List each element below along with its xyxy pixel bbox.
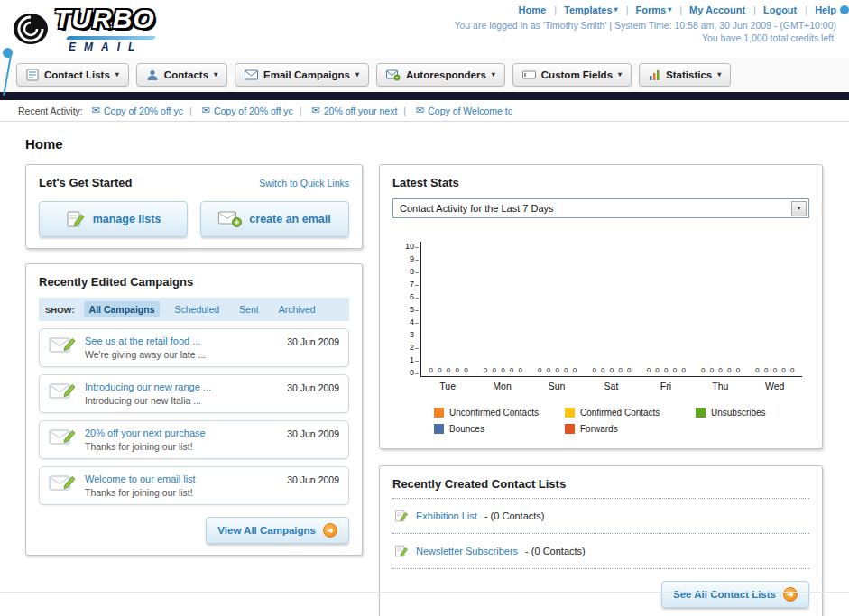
x-axis-label: Sat: [584, 381, 638, 391]
create-email-button[interactable]: create an email: [200, 201, 349, 237]
recent-activity-bar: Recent Activity: ✉Copy of 20% off yc ✉Co…: [0, 100, 849, 122]
main-nav: Contact Lists ▾ Contacts ▾ Email Campaig…: [0, 58, 849, 92]
campaign-row: See us at the retail food ...We're givin…: [39, 328, 349, 367]
contact-list-link[interactable]: Exhibition List: [416, 510, 477, 521]
arrow-right-icon: ➜: [783, 587, 798, 602]
logo-title: TURBO: [54, 4, 155, 34]
app-logo: TURBO EMAIL: [11, 4, 155, 53]
envelope-pencil-icon: [49, 473, 76, 493]
tab-label: Contacts: [164, 69, 208, 80]
campaign-title-link[interactable]: Welcome to our email list: [85, 473, 278, 484]
chevron-down-icon: ▾: [115, 71, 119, 78]
left-column: Let's Get Started Switch to Quick Links …: [25, 164, 363, 556]
tab-contacts[interactable]: Contacts ▾: [136, 63, 227, 87]
top-links: Home Templates▾ Forms▾ My Account Logout…: [454, 5, 836, 15]
tab-email-campaigns[interactable]: Email Campaigns ▾: [235, 63, 369, 87]
top-link-help[interactable]: Help: [815, 5, 836, 15]
campaign-date: 30 Jun 2009: [287, 382, 339, 393]
chart-value-labels: 0 0 0 0 0: [701, 366, 740, 376]
stats-period-value: Contact Activity for the Last 7 Days: [400, 203, 554, 214]
campaigns-panel-title: Recently Edited Campaigns: [39, 275, 349, 289]
contact-list-count: - (0 Contacts): [525, 546, 586, 556]
contact-list-item: Exhibition List - (0 Contacts): [392, 499, 809, 534]
tab-label: Custom Fields: [541, 69, 613, 80]
tab-label: Autoresponders: [406, 69, 486, 80]
tab-label: Email Campaigns: [263, 69, 350, 80]
campaign-desc: We're giving away our late ...: [85, 349, 278, 360]
x-axis-label: Sun: [530, 381, 584, 391]
chart-value-labels: 0 0 0 0 0: [592, 366, 631, 376]
campaign-date: 30 Jun 2009: [287, 336, 339, 347]
recent-activity-label: Recent Activity:: [18, 106, 83, 116]
legend-item: Bounces: [434, 424, 565, 434]
y-tick-label: 6: [410, 292, 419, 301]
legend-label: Forwards: [580, 424, 618, 434]
campaign-title-link[interactable]: Introducing our new range ...: [85, 382, 278, 392]
recent-activity-link[interactable]: Copy of Welcome tc: [428, 106, 512, 116]
legend-item: Unsubscribes: [696, 408, 809, 418]
envelope-icon: ✉: [202, 105, 210, 116]
chevron-down-icon: ▾: [355, 71, 359, 78]
chart-value-labels: 0 0 0 0 0: [484, 366, 522, 376]
get-started-panel: Let's Get Started Switch to Quick Links …: [25, 164, 363, 249]
tab-statistics[interactable]: Statistics ▾: [639, 63, 731, 87]
chart-group: 0 0 0 0 0: [421, 366, 475, 376]
campaign-title-link[interactable]: See us at the retail food ...: [85, 336, 278, 346]
top-link-forms[interactable]: Forms: [636, 5, 667, 15]
legend-swatch: [434, 408, 444, 418]
envelope-icon: ✉: [312, 105, 320, 116]
recent-contact-lists-panel: Recently Created Contact Lists Exhibitio…: [379, 465, 823, 616]
top-link-my-account[interactable]: My Account: [689, 5, 745, 15]
envelope-pencil-icon: [49, 336, 76, 355]
campaign-desc: Thanks for joining our list!: [85, 441, 278, 452]
latest-stats-title: Latest Stats: [392, 176, 809, 189]
top-link-logout[interactable]: Logout: [763, 5, 797, 15]
tab-custom-fields[interactable]: Custom Fields ▾: [512, 63, 632, 87]
legend-item: Forwards: [565, 424, 696, 434]
arrow-right-icon: ➜: [323, 523, 337, 538]
envelope-pencil-icon: [49, 428, 76, 447]
filter-sent[interactable]: Sent: [234, 301, 264, 317]
filter-archived[interactable]: Archived: [273, 301, 321, 317]
y-tick-label: 3: [410, 330, 419, 339]
chart-value-labels: 0 0 0 0 0: [429, 366, 468, 376]
campaign-title-link[interactable]: 20% off your next purchase: [85, 428, 278, 438]
x-axis-label: Fri: [639, 381, 693, 391]
filter-all-campaigns[interactable]: All Campaigns: [84, 301, 161, 317]
chevron-down-icon: ▾: [668, 6, 671, 14]
tab-contact-lists[interactable]: Contact Lists ▾: [16, 63, 129, 87]
show-label: SHOW:: [45, 305, 75, 315]
recent-activity-link[interactable]: 20% off your next: [324, 106, 398, 116]
y-tick-label: 8: [410, 267, 419, 276]
chevron-down-icon: ▾: [618, 71, 622, 78]
legend-item: Confirmed Contacts: [565, 408, 696, 418]
manage-lists-button[interactable]: manage lists: [39, 201, 188, 237]
view-all-campaigns-button[interactable]: View All Campaigns ➜: [206, 517, 349, 544]
recent-activity-link[interactable]: Copy of 20% off yc: [214, 106, 293, 116]
stats-period-dropdown[interactable]: Contact Activity for the Last 7 Days ▾: [392, 198, 809, 218]
see-all-contact-lists-button[interactable]: See All Contact Lists ➜: [661, 581, 809, 608]
tab-label: Contact Lists: [44, 69, 110, 80]
recent-activity-link[interactable]: Copy of 20% off yc: [104, 106, 183, 116]
contact-list-item: Newsletter Subscribers - (0 Contacts): [392, 534, 809, 569]
chart-value-labels: 0 0 0 0 0: [647, 366, 686, 376]
footer-divider: [0, 592, 849, 593]
y-tick-label: 9: [410, 254, 419, 263]
chart-group: 0 0 0 0 0: [475, 366, 530, 376]
switch-quick-links-link[interactable]: Switch to Quick Links: [259, 178, 349, 188]
tab-autoresponders[interactable]: Autoresponders ▾: [376, 63, 505, 87]
envelope-plus-icon: [218, 210, 242, 228]
top-link-home[interactable]: Home: [519, 5, 547, 15]
dropdown-arrow-icon: ▾: [791, 201, 807, 216]
legend-swatch: [696, 408, 706, 418]
campaign-row: Introducing our new range ...Introducing…: [39, 374, 349, 413]
contact-list-link[interactable]: Newsletter Subscribers: [416, 546, 518, 556]
pencil-paper-icon: [66, 210, 86, 228]
filter-scheduled[interactable]: Scheduled: [169, 301, 225, 317]
chart-group: 0 0 0 0 0: [639, 366, 693, 376]
chart-legend: Unconfirmed ContactsConfirmed ContactsUn…: [434, 408, 809, 434]
legend-swatch: [565, 424, 575, 434]
contact-lists-title: Recently Created Contact Lists: [392, 477, 809, 491]
chevron-down-icon: ▾: [214, 71, 217, 78]
top-link-templates[interactable]: Templates: [564, 5, 613, 15]
